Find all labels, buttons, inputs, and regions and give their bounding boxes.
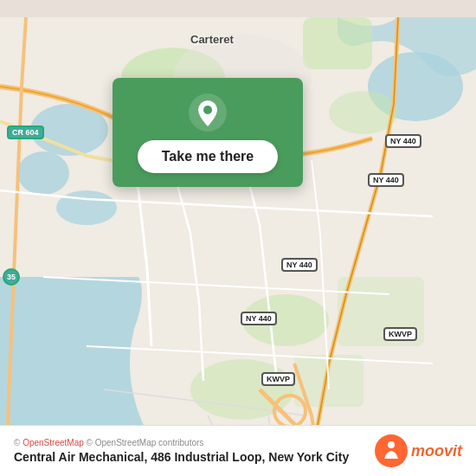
- bottom-info: © OpenStreetMap © OpenStreetMap contribu…: [14, 438, 364, 464]
- route-badge-kwvp-2: KWVP: [261, 372, 295, 386]
- map-svg: [0, 0, 476, 476]
- route-badge-ny440-4: NY 440: [241, 312, 277, 325]
- svg-point-3: [56, 190, 117, 225]
- attribution: © OpenStreetMap © OpenStreetMap contribu…: [14, 438, 364, 447]
- map-container: NY 440 NY 440 NY 440 NY 440 CR 604 KWVP …: [0, 0, 476, 476]
- attribution-text: © OpenStreetMap contributors: [87, 438, 204, 447]
- copyright-symbol: ©: [14, 438, 20, 447]
- moovit-logo: moovit: [375, 434, 462, 467]
- route-badge-ny440-3: NY 440: [281, 258, 318, 272]
- moovit-icon: [375, 434, 408, 467]
- location-card: Take me there: [113, 78, 303, 187]
- svg-point-17: [388, 441, 395, 448]
- openstreetmap-link[interactable]: OpenStreetMap: [23, 438, 84, 447]
- route-badge-ny440-1: NY 440: [385, 134, 421, 148]
- route-badge-rt35: 35: [3, 268, 20, 286]
- take-me-there-button[interactable]: Take me there: [138, 140, 278, 173]
- app: NY 440 NY 440 NY 440 NY 440 CR 604 KWVP …: [0, 0, 476, 476]
- moovit-wordmark: moovit: [411, 442, 462, 460]
- svg-point-2: [17, 151, 69, 195]
- location-name: Central Air Mechanical, 486 Industrial L…: [14, 450, 364, 464]
- route-badge-cr604: CR 604: [7, 125, 44, 139]
- bottom-bar: © OpenStreetMap © OpenStreetMap contribu…: [0, 425, 476, 476]
- svg-point-15: [203, 106, 212, 114]
- svg-rect-6: [303, 17, 372, 69]
- route-badge-ny440-2: NY 440: [368, 173, 404, 187]
- location-pin-icon: [189, 93, 227, 132]
- carteret-label: Carteret: [190, 33, 234, 46]
- route-badge-kwvp-1: KWVP: [383, 327, 417, 341]
